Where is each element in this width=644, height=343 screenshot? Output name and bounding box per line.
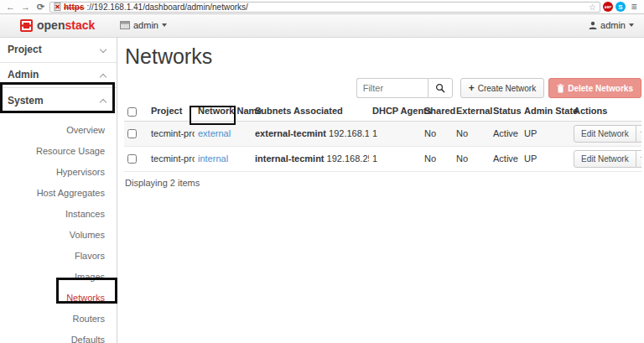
- cell-status: Active: [490, 146, 521, 171]
- user-dropdown[interactable]: admin: [589, 20, 634, 30]
- cell-shared: No: [421, 121, 453, 146]
- sidebar-section-label: Project: [8, 44, 42, 55]
- table-footer-count: Displaying 2 items: [124, 172, 641, 194]
- row-actions: Edit Network: [574, 125, 641, 143]
- sidebar-item-resource-usage[interactable]: Resource Usage: [0, 141, 117, 162]
- edit-network-button[interactable]: Edit Network: [574, 150, 636, 168]
- network-link-external[interactable]: external: [198, 128, 231, 138]
- adblock-extension-icon[interactable]: ABP: [603, 2, 613, 12]
- chevron-down-icon: [629, 23, 634, 27]
- cell-project: tecmint-proj: [148, 121, 195, 146]
- col-project: Project: [148, 101, 195, 121]
- row-actions: Edit Network: [574, 150, 641, 168]
- col-subnets-associated: Subnets Associated: [252, 101, 369, 121]
- sidebar-item-networks[interactable]: Networks: [0, 288, 117, 309]
- col-network-name: Network Name: [195, 101, 252, 121]
- sidebar-section-system[interactable]: System: [0, 88, 117, 116]
- url-text: ://192.168.1.41/dashboard/admin/networks…: [86, 3, 247, 12]
- sidebar: Project Admin System Overview Resource U…: [0, 38, 117, 343]
- cell-shared: No: [421, 146, 453, 171]
- table-row: tecmint-proj external external-tecmint 1…: [124, 121, 641, 146]
- sidebar-item-hypervisors[interactable]: Hypervisors: [0, 162, 117, 183]
- col-external: External: [453, 101, 490, 121]
- user-menu-label: admin: [600, 20, 626, 30]
- plus-icon: +: [469, 82, 475, 94]
- project-context-label: admin: [133, 20, 158, 30]
- table-toolbar: + Create Network Delete Networks: [124, 78, 641, 98]
- address-bar[interactable]: https://192.168.1.41/dashboard/admin/net…: [49, 2, 600, 13]
- table-row: tecmint-proj internal internal-tecmint 1…: [124, 146, 641, 171]
- bookmark-star-icon[interactable]: ☆: [589, 3, 596, 12]
- edit-network-button[interactable]: Edit Network: [574, 125, 636, 143]
- cell-external: No: [453, 121, 490, 146]
- delete-networks-button[interactable]: Delete Networks: [548, 78, 641, 98]
- openstack-logo[interactable]: openstack: [20, 18, 95, 32]
- col-status: Status: [490, 101, 521, 121]
- network-link-internal[interactable]: internal: [198, 153, 228, 164]
- trash-icon: [557, 84, 564, 93]
- sidebar-section-label: Admin: [8, 69, 39, 81]
- app-navbar: openstack admin admin: [0, 14, 644, 38]
- cell-status: Active: [490, 121, 521, 146]
- sidebar-section-admin[interactable]: Admin: [0, 63, 117, 88]
- create-network-label: Create Network: [478, 84, 536, 93]
- page-title: Networks: [125, 44, 641, 69]
- networks-table: Project Network Name Subnets Associated …: [124, 101, 641, 172]
- col-admin-state: Admin State: [521, 101, 570, 121]
- sidebar-section-label: System: [8, 95, 44, 107]
- sidebar-item-routers[interactable]: Routers: [0, 309, 117, 330]
- sidebar-section-project[interactable]: Project: [0, 38, 117, 63]
- col-actions: Actions: [570, 101, 641, 121]
- sidebar-item-defaults[interactable]: Defaults: [0, 330, 117, 343]
- user-icon: [589, 21, 597, 29]
- project-context-dropdown[interactable]: admin: [120, 20, 167, 30]
- openstack-logo-icon: [20, 19, 33, 32]
- brand-text-stack: stack: [65, 18, 95, 32]
- sidebar-item-host-aggregates[interactable]: Host Aggregates: [0, 183, 117, 204]
- row-actions-dropdown-button[interactable]: [636, 125, 641, 143]
- chevron-up-icon: [100, 99, 106, 106]
- main-content: Networks + Create Network Delete Network…: [118, 38, 644, 343]
- search-icon: [435, 83, 445, 93]
- create-network-button[interactable]: + Create Network: [460, 78, 544, 98]
- chevron-down-icon: [162, 23, 167, 27]
- reload-icon[interactable]: ⟳: [34, 1, 47, 13]
- row-actions-dropdown-button[interactable]: [636, 150, 641, 168]
- back-icon[interactable]: ←: [4, 1, 17, 13]
- sidebar-item-flavors[interactable]: Flavors: [0, 246, 117, 267]
- row-checkbox[interactable]: [127, 129, 137, 138]
- browser-menu-icon[interactable]: ≡: [628, 1, 640, 13]
- chevron-down-icon: [100, 46, 106, 53]
- delete-networks-label: Delete Networks: [568, 84, 633, 93]
- col-shared: Shared: [421, 101, 453, 121]
- table-header-row: Project Network Name Subnets Associated …: [124, 101, 641, 121]
- sidebar-item-instances[interactable]: Instances: [0, 204, 117, 225]
- filter-input[interactable]: [356, 78, 428, 98]
- url-scheme: https: [64, 3, 84, 12]
- chevron-down-icon: [641, 132, 641, 135]
- browser-chrome: ← → ⟳ https://192.168.1.41/dashboard/adm…: [0, 0, 644, 14]
- sidebar-item-overview[interactable]: Overview: [0, 120, 117, 141]
- row-checkbox[interactable]: [127, 154, 137, 164]
- skype-extension-icon[interactable]: S: [615, 2, 626, 12]
- brand-text-open: open: [37, 18, 65, 32]
- insecure-page-icon: [54, 3, 61, 11]
- cell-external: No: [453, 146, 490, 171]
- select-all-checkbox[interactable]: [127, 107, 137, 117]
- chevron-down-icon: [641, 157, 641, 160]
- sidebar-item-volumes[interactable]: Volumes: [0, 225, 117, 246]
- section-underline: [7, 112, 109, 113]
- subnet-name: internal-tecmint: [255, 153, 325, 164]
- col-dhcp-agents: DHCP Agents: [369, 101, 421, 121]
- cell-dhcp-agents: 1: [369, 121, 421, 146]
- sidebar-item-list: Overview Resource Usage Hypervisors Host…: [0, 116, 117, 343]
- filter-search-button[interactable]: [428, 78, 453, 98]
- sidebar-item-images[interactable]: Images: [0, 267, 117, 288]
- cell-admin-state: UP: [521, 121, 570, 146]
- subnet-cidr: 192.168.254.0/24: [327, 153, 369, 164]
- forward-icon[interactable]: →: [19, 1, 32, 13]
- cell-dhcp-agents: 1: [369, 146, 421, 171]
- chevron-up-icon: [100, 74, 106, 81]
- subnet-cidr: 192.168.1.0/24: [329, 128, 369, 138]
- project-context-icon: [120, 21, 130, 29]
